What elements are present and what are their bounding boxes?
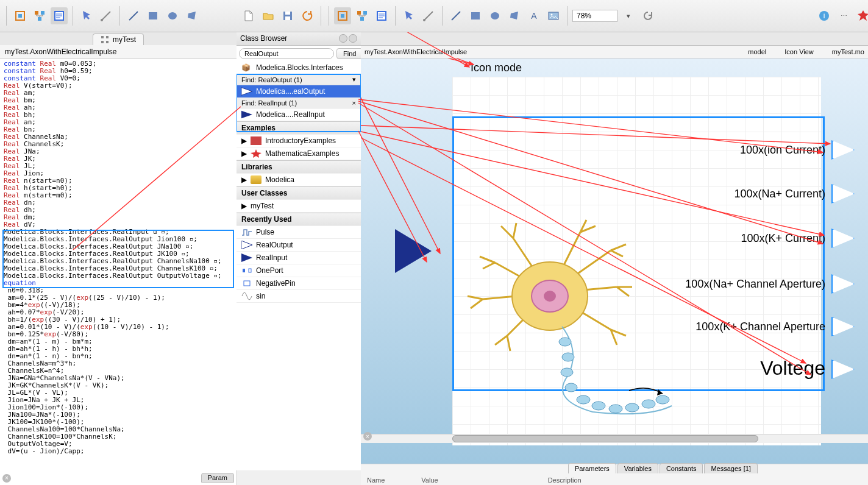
rect-fill-icon[interactable] bbox=[144, 7, 162, 24]
text-tool-icon[interactable]: A bbox=[525, 7, 542, 24]
find-button[interactable]: Find bbox=[336, 48, 363, 59]
port-na-current[interactable] bbox=[831, 184, 855, 204]
image-tool-icon[interactable] bbox=[545, 7, 562, 24]
close-icon[interactable] bbox=[349, 34, 357, 43]
icon-mode-button[interactable] bbox=[334, 7, 351, 24]
tab-mytest-left[interactable]: myTest bbox=[93, 34, 144, 45]
text-mode-icon[interactable] bbox=[373, 7, 390, 24]
new-file-icon[interactable] bbox=[240, 7, 257, 24]
recent-sin[interactable]: sin bbox=[237, 290, 361, 303]
rect2-icon[interactable] bbox=[467, 7, 484, 24]
info-icon[interactable]: i bbox=[816, 7, 833, 24]
search-input[interactable] bbox=[239, 48, 334, 59]
horizontal-scrollbar[interactable] bbox=[361, 434, 868, 443]
sync-icon[interactable] bbox=[299, 7, 316, 24]
port-ion-current[interactable] bbox=[831, 140, 855, 160]
port-k-aperture[interactable] bbox=[831, 317, 855, 336]
diagram-mode-icon[interactable] bbox=[354, 7, 371, 24]
svg-rect-4 bbox=[41, 11, 44, 15]
tab-parameters[interactable]: Parameters bbox=[568, 463, 616, 473]
negpin-icon bbox=[241, 279, 252, 288]
zoom-input[interactable]: 78% bbox=[572, 10, 617, 22]
item-realinput[interactable]: Modelica....RealInput bbox=[237, 108, 361, 121]
svg-point-65 bbox=[625, 403, 639, 412]
close-diagram-button[interactable]: × bbox=[363, 432, 372, 441]
port-voltage[interactable] bbox=[831, 359, 855, 379]
svg-rect-33 bbox=[471, 12, 480, 19]
item-mathematica-examples[interactable]: ▶ MathematicaExamples bbox=[237, 147, 361, 160]
minimize-icon[interactable] bbox=[339, 34, 347, 43]
close-panel-button[interactable]: × bbox=[2, 474, 11, 483]
svg-marker-50 bbox=[241, 241, 252, 249]
tab-variables[interactable]: Variables bbox=[617, 463, 658, 473]
recent-pulse[interactable]: Pulse bbox=[237, 226, 361, 239]
rotate-icon[interactable] bbox=[639, 7, 656, 24]
svg-point-10 bbox=[101, 19, 103, 21]
zoom-dropdown-icon[interactable]: ▾ bbox=[620, 7, 637, 24]
modelica-icon bbox=[251, 175, 261, 184]
tab-constants[interactable]: Constants bbox=[660, 463, 703, 473]
intro-icon bbox=[251, 136, 261, 145]
diagram-breadcrumb: myTest.AxonWithElectricalImpulse model I… bbox=[361, 46, 868, 58]
param-tab[interactable]: Param bbox=[201, 473, 234, 483]
left-toolbar: Wolfram System bbox=[0, 0, 244, 32]
bread-kind: model bbox=[748, 48, 766, 55]
code-body[interactable]: constant Real m0=0.053; constant Real h0… bbox=[0, 59, 237, 485]
find-output-header[interactable]: Find: RealOutput (1)▾ bbox=[237, 74, 361, 85]
item-modelica[interactable]: ▶ Modelica bbox=[237, 174, 361, 186]
pointer-icon[interactable] bbox=[78, 7, 95, 24]
icon-mode-label: Icon mode bbox=[471, 62, 522, 74]
recent-oneport[interactable]: OnePort bbox=[237, 264, 361, 277]
class-browser: Class Browser Find 📦Modelica.Blocks.Inte… bbox=[237, 32, 361, 470]
item-mytest[interactable]: ▶myTest bbox=[237, 200, 361, 213]
connect2-icon[interactable] bbox=[420, 7, 437, 24]
grid-icon bbox=[101, 35, 109, 44]
libraries-header[interactable]: Libraries bbox=[237, 160, 361, 174]
browser-header: Class Browser bbox=[237, 32, 361, 46]
svg-rect-3 bbox=[35, 11, 38, 15]
connect-icon[interactable] bbox=[98, 7, 115, 24]
item-realoutput[interactable]: Modelica....ealOutput bbox=[237, 85, 361, 98]
oneport-icon bbox=[241, 266, 252, 275]
port-na-aperture[interactable] bbox=[831, 274, 855, 294]
diagram-area: myTest.AxonWithElectricalImpulse model I… bbox=[361, 32, 868, 485]
port-k-current[interactable] bbox=[831, 228, 855, 248]
tree-namespace[interactable]: 📦Modelica.Blocks.Interfaces bbox=[237, 62, 361, 74]
examples-header[interactable]: Examples bbox=[237, 121, 361, 135]
recent-negpin[interactable]: NegativePin bbox=[237, 277, 361, 290]
recent-header[interactable]: Recently Used bbox=[237, 213, 361, 226]
find-input-header[interactable]: Find: RealInput (1)× bbox=[237, 98, 361, 108]
ellipse2-icon[interactable] bbox=[486, 7, 503, 24]
ellipse-fill-icon[interactable] bbox=[164, 7, 181, 24]
tab-messages[interactable]: Messages [1] bbox=[704, 463, 757, 473]
diagram-canvas[interactable]: Icon mode bbox=[361, 58, 868, 464]
userclasses-header[interactable]: User Classes bbox=[237, 186, 361, 200]
scrollbar-thumb[interactable] bbox=[452, 435, 758, 442]
svg-text:i: i bbox=[824, 12, 825, 20]
save-icon[interactable] bbox=[279, 7, 296, 24]
svg-rect-23 bbox=[341, 14, 344, 18]
bottom-panel: Parameters Variables Constants Messages … bbox=[361, 464, 868, 485]
svg-rect-54 bbox=[244, 281, 250, 286]
text-view-icon[interactable] bbox=[51, 7, 68, 24]
input-port-icon bbox=[241, 253, 252, 262]
component-icon[interactable] bbox=[12, 7, 29, 24]
recent-realoutput[interactable]: RealOutput bbox=[237, 239, 361, 252]
polygon-fill-icon[interactable] bbox=[183, 7, 201, 24]
line-icon[interactable] bbox=[125, 7, 142, 24]
recent-realinput[interactable]: RealInput bbox=[237, 252, 361, 264]
svg-rect-21 bbox=[285, 16, 290, 20]
svg-point-57 bbox=[544, 291, 556, 302]
polygon2-icon[interactable] bbox=[506, 7, 523, 24]
svg-marker-47 bbox=[241, 88, 252, 96]
svg-marker-41 bbox=[858, 10, 868, 21]
open-file-icon[interactable] bbox=[260, 7, 277, 24]
pointer2-icon[interactable] bbox=[400, 7, 418, 24]
item-intro-examples[interactable]: ▶ IntroductoryExamples bbox=[237, 135, 361, 147]
mathematica-icon[interactable] bbox=[855, 7, 868, 24]
hierarchy-icon[interactable] bbox=[31, 7, 48, 24]
code-panel: myTest.AxonWithElectricalImpulse constan… bbox=[0, 45, 237, 485]
line2-icon[interactable] bbox=[447, 7, 464, 24]
input-port[interactable] bbox=[395, 229, 432, 273]
label-na-current: 100x(Na+ Current) bbox=[734, 188, 825, 200]
